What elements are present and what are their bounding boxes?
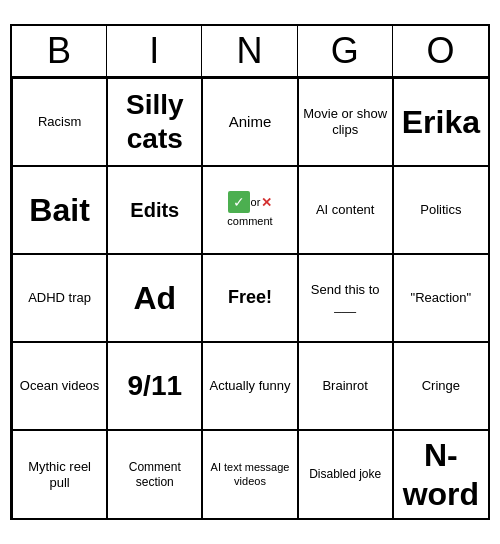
- checkbox-icon: [228, 191, 250, 213]
- cell-911: 9/11: [107, 342, 202, 430]
- cell-cringe: Cringe: [393, 342, 488, 430]
- letter-o: O: [393, 26, 488, 76]
- cell-politics: Politics: [393, 166, 488, 254]
- cell-erika: Erika: [393, 78, 488, 166]
- letter-i: I: [107, 26, 202, 76]
- cell-brainrot: Brainrot: [298, 342, 393, 430]
- cell-adhd-trap: ADHD trap: [12, 254, 107, 342]
- or-x-comment-content: or ✕ comment: [227, 191, 272, 228]
- cell-free: Free!: [202, 254, 297, 342]
- letter-b: B: [12, 26, 107, 76]
- cell-send-this-to: Send this to ___: [298, 254, 393, 342]
- cell-n-word: N-word: [393, 430, 488, 518]
- cell-silly-cats: Silly cats: [107, 78, 202, 166]
- cell-anime: Anime: [202, 78, 297, 166]
- cell-mythic-reel-pull: Mythic reel pull: [12, 430, 107, 518]
- cell-comment-section: Comment section: [107, 430, 202, 518]
- letter-n: N: [202, 26, 297, 76]
- cell-actually-funny: Actually funny: [202, 342, 297, 430]
- letter-g: G: [298, 26, 393, 76]
- bingo-card: B I N G O Racism Silly cats Anime Movie …: [10, 24, 490, 520]
- cell-ad: Ad: [107, 254, 202, 342]
- bingo-grid: Racism Silly cats Anime Movie or show cl…: [12, 78, 488, 518]
- cell-ai-text-message-videos: AI text message videos: [202, 430, 297, 518]
- or-x-row: or ✕: [228, 191, 273, 213]
- bingo-header: B I N G O: [12, 26, 488, 78]
- cell-ai-content: AI content: [298, 166, 393, 254]
- cell-reaction: "Reaction": [393, 254, 488, 342]
- comment-text: comment: [227, 215, 272, 228]
- cell-ocean-videos: Ocean videos: [12, 342, 107, 430]
- cell-racism: Racism: [12, 78, 107, 166]
- cell-bait: Bait: [12, 166, 107, 254]
- cell-movie-or-show-clips: Movie or show clips: [298, 78, 393, 166]
- or-text: or: [251, 196, 261, 209]
- cell-disabled-joke: Disabled joke: [298, 430, 393, 518]
- cell-or-x-comment: or ✕ comment: [202, 166, 297, 254]
- x-icon: ✕: [261, 195, 272, 211]
- cell-edits: Edits: [107, 166, 202, 254]
